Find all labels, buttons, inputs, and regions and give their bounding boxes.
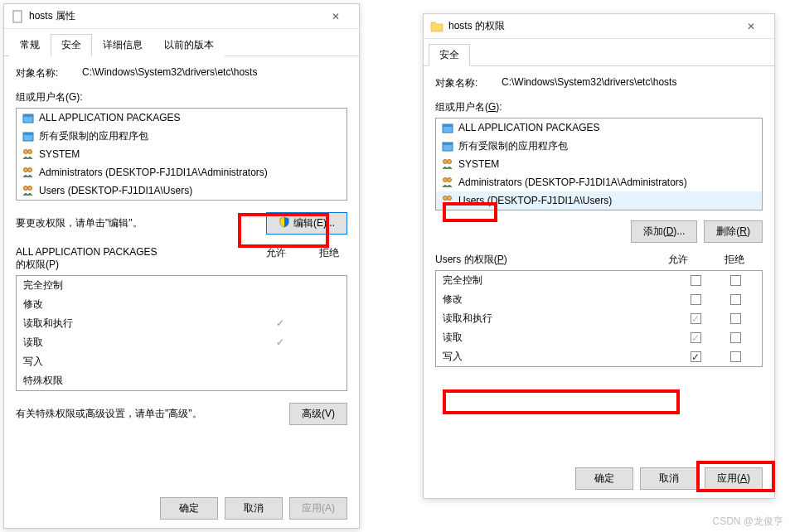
package-icon xyxy=(22,129,35,143)
tab-general[interactable]: 常规 xyxy=(9,34,51,56)
group-list[interactable]: ALL APPLICATION PACKAGES所有受限制的应用程序包SYSTE… xyxy=(16,108,347,201)
watermark: CSDN @龙俊亨 xyxy=(712,515,783,529)
deny-checkbox[interactable] xyxy=(715,330,755,346)
list-item[interactable]: SYSTEM xyxy=(17,145,347,163)
tab-security[interactable]: 安全 xyxy=(51,34,92,56)
permission-row: 完全控制 xyxy=(17,276,347,295)
permission-name: 修改 xyxy=(443,292,676,307)
allow-checkbox[interactable] xyxy=(676,349,715,365)
titlebar: hosts 属性 ✕ xyxy=(4,4,359,29)
svg-rect-2 xyxy=(23,114,33,117)
permission-name: 读取和执行 xyxy=(23,316,260,331)
permission-name: 写入 xyxy=(23,354,260,370)
permission-name: 修改 xyxy=(23,297,260,312)
permission-row: 读取 xyxy=(436,328,762,347)
deny-checkbox[interactable] xyxy=(715,292,755,307)
allow-mark: ✓ xyxy=(260,335,300,351)
permission-row: 特殊权限 xyxy=(17,371,347,390)
list-item[interactable]: Administrators (DESKTOP-FJ1DI1A\Administ… xyxy=(436,173,762,191)
properties-dialog: hosts 属性 ✕ 常规 安全 详细信息 以前的版本 对象名称: C:\Win… xyxy=(3,3,360,529)
cancel-button[interactable]: 取消 xyxy=(640,467,698,490)
users-icon xyxy=(441,157,454,171)
list-item-label: SYSTEM xyxy=(458,157,499,172)
dialog-title: hosts 的权限 xyxy=(448,19,734,33)
list-item[interactable]: Administrators (DESKTOP-FJ1DI1A\Administ… xyxy=(17,163,347,181)
object-name-value: C:\Windows\System32\drivers\etc\hosts xyxy=(82,66,347,80)
ok-button[interactable]: 确定 xyxy=(160,497,218,520)
list-item[interactable]: Users (DESKTOP-FJ1DI1A\Users) xyxy=(436,191,762,210)
tab-previous[interactable]: 以前的版本 xyxy=(153,34,225,56)
users-icon xyxy=(441,176,454,189)
permissions-title: ALL APPLICATION PACKAGES 的权限(P) xyxy=(16,246,266,272)
svg-rect-4 xyxy=(23,133,33,135)
permissions-table: 完全控制修改读取和执行读取写入 xyxy=(435,270,763,367)
tab-details[interactable]: 详细信息 xyxy=(92,34,153,56)
tab-content: 对象名称: C:\Windows\System32\drivers\etc\ho… xyxy=(424,66,774,377)
svg-rect-0 xyxy=(13,11,22,22)
svg-point-9 xyxy=(24,186,28,191)
list-item[interactable]: ALL APPLICATION PACKAGES xyxy=(17,109,347,127)
object-name-label: 对象名称: xyxy=(16,66,82,80)
advanced-button[interactable]: 高级(V) xyxy=(289,403,347,425)
close-icon[interactable]: ✕ xyxy=(319,5,352,28)
list-item-label: 所有受限制的应用程序包 xyxy=(39,128,148,143)
apply-button[interactable]: 应用(A) xyxy=(705,467,763,490)
deny-header: 拒绝 xyxy=(319,246,339,272)
permissions-title: Users 的权限(P) xyxy=(435,253,668,267)
svg-point-8 xyxy=(28,168,32,172)
titlebar: hosts 的权限 ✕ xyxy=(424,14,774,39)
allow-checkbox[interactable] xyxy=(676,292,715,307)
allow-checkbox[interactable] xyxy=(676,273,715,288)
permission-name: 写入 xyxy=(443,349,676,365)
deny-checkbox[interactable] xyxy=(715,311,755,326)
permission-name: 完全控制 xyxy=(23,278,260,293)
edit-button[interactable]: 编辑(E)... xyxy=(266,212,347,235)
list-item[interactable]: Users (DESKTOP-FJ1DI1A\Users) xyxy=(17,181,347,200)
deny-checkbox[interactable] xyxy=(715,273,755,288)
list-item[interactable]: SYSTEM xyxy=(436,155,762,173)
list-item-label: Administrators (DESKTOP-FJ1DI1A\Administ… xyxy=(458,175,687,190)
list-item[interactable]: 所有受限制的应用程序包 xyxy=(17,127,347,145)
permission-row: 读取和执行✓ xyxy=(17,314,347,333)
object-name-value: C:\Windows\System32\drivers\etc\hosts xyxy=(502,76,763,90)
add-button[interactable]: 添加(D)... xyxy=(631,220,698,243)
list-item-label: 所有受限制的应用程序包 xyxy=(458,138,568,153)
allow-checkbox[interactable] xyxy=(676,330,715,346)
folder-icon xyxy=(430,20,443,33)
permissions-dialog: hosts 的权限 ✕ 安全 对象名称: C:\Windows\System32… xyxy=(423,13,775,499)
list-item-label: ALL APPLICATION PACKAGES xyxy=(458,120,600,135)
close-icon[interactable]: ✕ xyxy=(734,15,768,38)
permission-name: 特殊权限 xyxy=(23,373,260,389)
ok-button[interactable]: 确定 xyxy=(575,467,633,490)
tab-bar: 安全 xyxy=(424,41,774,66)
group-list[interactable]: ALL APPLICATION PACKAGES所有受限制的应用程序包SYSTE… xyxy=(435,118,763,210)
dialog-title: hosts 属性 xyxy=(29,9,319,23)
list-item[interactable]: 所有受限制的应用程序包 xyxy=(436,137,762,155)
svg-point-7 xyxy=(24,168,28,172)
list-item-label: SYSTEM xyxy=(39,147,80,162)
group-list-label: 组或用户名(G): xyxy=(16,90,347,104)
permission-name: 读取 xyxy=(23,335,260,351)
permission-row: 读取和执行 xyxy=(436,309,762,328)
apply-button[interactable]: 应用(A) xyxy=(289,497,347,520)
permission-row: 修改 xyxy=(17,295,347,314)
cancel-button[interactable]: 取消 xyxy=(225,497,283,520)
svg-rect-14 xyxy=(443,143,453,145)
svg-point-19 xyxy=(443,196,448,201)
object-name-label: 对象名称: xyxy=(435,76,502,90)
svg-point-20 xyxy=(448,196,452,201)
list-item[interactable]: ALL APPLICATION PACKAGES xyxy=(436,118,762,137)
list-item-label: Administrators (DESKTOP-FJ1DI1A\Administ… xyxy=(39,165,268,180)
svg-rect-12 xyxy=(443,124,453,127)
allow-checkbox[interactable] xyxy=(676,311,715,326)
remove-button[interactable]: 删除(R) xyxy=(704,220,763,243)
package-icon xyxy=(22,111,35,124)
permission-row: 修改 xyxy=(436,290,762,309)
allow-mark: ✓ xyxy=(260,316,300,331)
tab-security[interactable]: 安全 xyxy=(429,44,470,66)
permission-row: 读取✓ xyxy=(17,333,347,352)
permission-row: 完全控制 xyxy=(436,271,762,290)
deny-checkbox[interactable] xyxy=(715,349,755,365)
permission-name: 读取和执行 xyxy=(443,311,676,326)
svg-point-17 xyxy=(443,178,448,182)
